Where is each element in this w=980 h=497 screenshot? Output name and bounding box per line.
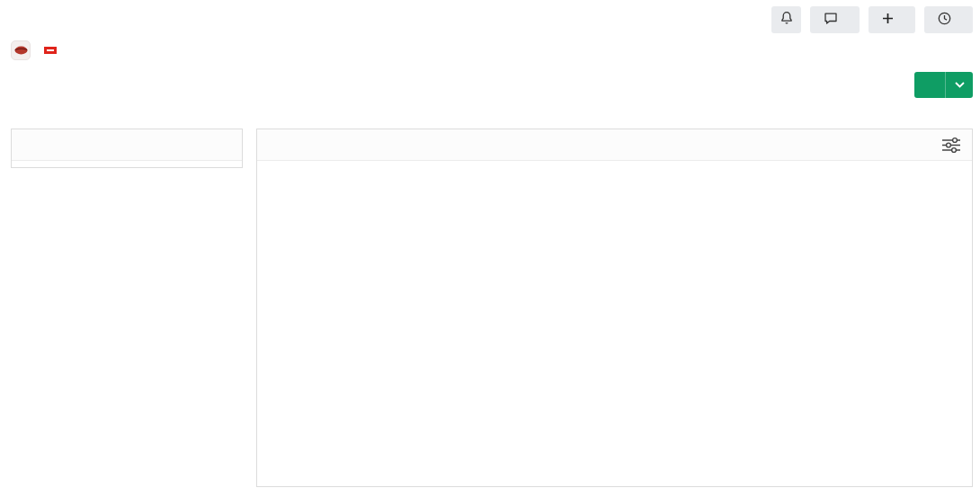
stats-tabstrip bbox=[12, 129, 242, 161]
chevron-down-icon[interactable] bbox=[945, 72, 973, 98]
stats-panel bbox=[11, 129, 243, 168]
add-to-watch-button[interactable] bbox=[869, 6, 915, 33]
account-type-annotation bbox=[44, 47, 57, 54]
chart-tabstrip bbox=[257, 129, 972, 161]
discuss-button[interactable] bbox=[810, 6, 860, 33]
subscribe-button[interactable] bbox=[914, 72, 973, 98]
chart-settings-icon[interactable] bbox=[941, 137, 961, 154]
stats-list bbox=[12, 161, 242, 167]
growth-chart[interactable] bbox=[257, 161, 972, 448]
subscribe-label bbox=[914, 72, 945, 98]
custom-analysis-button[interactable] bbox=[924, 6, 973, 33]
notifications-button[interactable] bbox=[771, 6, 801, 33]
chart-legend bbox=[257, 448, 972, 486]
header-actions bbox=[771, 6, 973, 33]
chat-icon bbox=[824, 12, 838, 28]
clock-icon bbox=[938, 12, 951, 28]
badge-row bbox=[0, 60, 980, 98]
account-meta-row bbox=[0, 33, 980, 60]
avatar bbox=[11, 40, 31, 60]
plus-icon bbox=[882, 13, 894, 27]
bell-icon bbox=[780, 11, 794, 29]
main-content bbox=[0, 129, 980, 487]
header bbox=[0, 0, 980, 33]
chart-panel bbox=[256, 129, 973, 487]
